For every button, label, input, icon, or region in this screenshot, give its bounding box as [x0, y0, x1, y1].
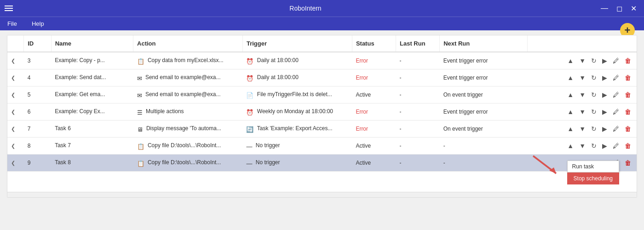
minimize-button[interactable]: — — [598, 3, 611, 13]
row-refresh-btn-3[interactable]: ↻ — [589, 56, 598, 65]
row-lastrun-9: - — [396, 155, 440, 172]
horizontal-scrollbar[interactable] — [7, 192, 637, 197]
row-up-btn-4[interactable]: ▲ — [565, 73, 575, 82]
table-row: ❮ 6 Example: Copy Ex... ☰ Multiple actio… — [7, 104, 637, 121]
row-down-btn-6[interactable]: ▼ — [577, 107, 587, 116]
tooltip-container: Run task Stop scheduling — [567, 161, 619, 184]
row-edit-btn-4[interactable]: 🖉 — [611, 73, 621, 82]
row-trigger-5: 📄 File myTriggerFile.txt is delet... — [242, 86, 352, 104]
row-nextrun-3: Event trigger error — [440, 52, 527, 69]
row-refresh-btn-7[interactable]: ↻ — [589, 124, 598, 133]
menu-help[interactable]: Help — [29, 18, 47, 29]
row-delete-btn-3[interactable]: 🗑 — [623, 56, 633, 65]
row-status-7: Error — [352, 121, 396, 138]
row-action-9: 📋 Copy file D:\tools\...\RoboInt... — [133, 155, 243, 172]
row-run-btn-3[interactable]: ▶ — [600, 56, 609, 65]
col-lastrun-header: Last Run — [396, 35, 440, 52]
row-refresh-btn-4[interactable]: ↻ — [589, 73, 598, 82]
trigger-type-icon-7: 🔄 — [246, 126, 253, 133]
table-row: ❮ 9 Task 8 📋 Copy file D:\tools\...\Robo… — [7, 155, 637, 172]
row-down-btn-8[interactable]: ▼ — [577, 141, 587, 150]
expand-arrow-4[interactable]: ❮ — [11, 75, 15, 80]
row-delete-btn-7[interactable]: 🗑 — [623, 124, 633, 133]
row-up-btn-7[interactable]: ▲ — [565, 124, 575, 133]
action-type-icon-9: 📋 — [137, 160, 144, 167]
row-run-btn-8[interactable]: ▶ — [600, 141, 609, 150]
expand-arrow-9[interactable]: ❮ — [11, 160, 15, 166]
expand-arrow-3[interactable]: ❮ — [11, 58, 15, 63]
row-edit-btn-7[interactable]: 🖉 — [611, 124, 621, 133]
row-edit-btn-3[interactable]: 🖉 — [611, 56, 621, 65]
col-status-header: Status — [352, 35, 396, 52]
row-refresh-btn-8[interactable]: ↻ — [589, 141, 598, 150]
row-lastrun-4: - — [396, 69, 440, 86]
row-controls-3: ▲ ▼ ↻ ▶ 🖉 🗑 — [527, 52, 637, 69]
row-down-btn-4[interactable]: ▼ — [577, 73, 587, 82]
row-actions-8: ▲ ▼ ↻ ▶ 🖉 🗑 — [531, 141, 633, 150]
maximize-button[interactable]: ◻ — [614, 3, 625, 14]
col-trigger-header: Trigger — [242, 35, 352, 52]
row-up-btn-6[interactable]: ▲ — [565, 107, 575, 116]
row-delete-btn-4[interactable]: 🗑 — [623, 73, 633, 82]
hamburger-icon[interactable] — [5, 6, 13, 11]
trigger-type-icon-6: ⏰ — [246, 109, 253, 116]
row-down-btn-5[interactable]: ▼ — [577, 90, 587, 99]
action-type-icon-7: 🖥 — [137, 126, 143, 133]
close-button[interactable]: ✕ — [628, 3, 639, 14]
row-status-4: Error — [352, 69, 396, 86]
row-delete-btn-8[interactable]: 🗑 — [623, 141, 633, 150]
row-lastrun-3: - — [396, 52, 440, 69]
col-action-header: Action — [133, 35, 243, 52]
row-run-btn-4[interactable]: ▶ — [600, 73, 609, 82]
row-down-btn-7[interactable]: ▼ — [577, 124, 587, 133]
tasks-table: ID Name Action Trigger Status Last Run N… — [7, 35, 637, 172]
trigger-type-icon-3: ⏰ — [246, 58, 253, 65]
expand-arrow-6[interactable]: ❮ — [11, 109, 15, 115]
row-expand-8[interactable]: ❮ — [7, 138, 24, 155]
row-expand-4[interactable]: ❮ — [7, 69, 24, 86]
row-trigger-7: 🔄 Task 'Example: Export Acces... — [242, 121, 352, 138]
action-type-icon-3: 📋 — [137, 58, 144, 65]
row-down-btn-3[interactable]: ▼ — [577, 56, 587, 65]
row-up-btn-3[interactable]: ▲ — [565, 56, 575, 65]
row-name-5: Example: Get ema... — [51, 86, 133, 104]
row-actions-5: ▲ ▼ ↻ ▶ 🖉 🗑 — [531, 90, 633, 99]
row-name-7: Task 6 — [51, 121, 133, 138]
row-controls-8: ▲ ▼ ↻ ▶ 🖉 🗑 — [527, 138, 637, 155]
row-edit-btn-8[interactable]: 🖉 — [611, 141, 621, 150]
row-id-3: 3 — [24, 52, 51, 69]
row-name-8: Task 7 — [51, 138, 133, 155]
row-expand-6[interactable]: ❮ — [7, 104, 24, 121]
row-run-btn-6[interactable]: ▶ — [600, 107, 609, 116]
menu-file[interactable]: File — [5, 18, 20, 29]
row-delete-btn-9[interactable]: 🗑 — [623, 158, 633, 167]
row-up-btn-8[interactable]: ▲ — [565, 141, 575, 150]
table-body: ❮ 3 Example: Copy - p... 📋 Copy data fro… — [7, 52, 637, 172]
row-controls-4: ▲ ▼ ↻ ▶ 🖉 🗑 — [527, 69, 637, 86]
row-delete-btn-5[interactable]: 🗑 — [623, 90, 633, 99]
row-expand-5[interactable]: ❮ — [7, 86, 24, 104]
row-up-btn-5[interactable]: ▲ — [565, 90, 575, 99]
row-delete-btn-6[interactable]: 🗑 — [623, 107, 633, 116]
row-status-3: Error — [352, 52, 396, 69]
stop-scheduling-button[interactable]: Stop scheduling — [567, 172, 619, 184]
table-row: ❮ 8 Task 7 📋 Copy file D:\tools\...\Robo… — [7, 138, 637, 155]
row-refresh-btn-6[interactable]: ↻ — [589, 107, 598, 116]
row-refresh-btn-5[interactable]: ↻ — [589, 90, 598, 99]
table-scroll-area[interactable]: ID Name Action Trigger Status Last Run N… — [7, 35, 637, 192]
row-run-btn-7[interactable]: ▶ — [600, 124, 609, 133]
action-type-icon-5: ✉ — [137, 92, 142, 99]
row-edit-btn-5[interactable]: 🖉 — [611, 90, 621, 99]
row-expand-7[interactable]: ❮ — [7, 121, 24, 138]
col-name-header: Name — [51, 35, 133, 52]
row-expand-3[interactable]: ❮ — [7, 52, 24, 69]
expand-arrow-7[interactable]: ❮ — [11, 126, 15, 132]
row-nextrun-8: - — [440, 138, 527, 155]
expand-arrow-8[interactable]: ❮ — [11, 143, 15, 149]
window-controls: — ◻ ✕ — [598, 3, 639, 14]
row-expand-9[interactable]: ❮ — [7, 155, 24, 172]
row-run-btn-5[interactable]: ▶ — [600, 90, 609, 99]
expand-arrow-5[interactable]: ❮ — [11, 92, 15, 98]
row-edit-btn-6[interactable]: 🖉 — [611, 107, 621, 116]
app-title: RoboIntern — [13, 5, 598, 12]
